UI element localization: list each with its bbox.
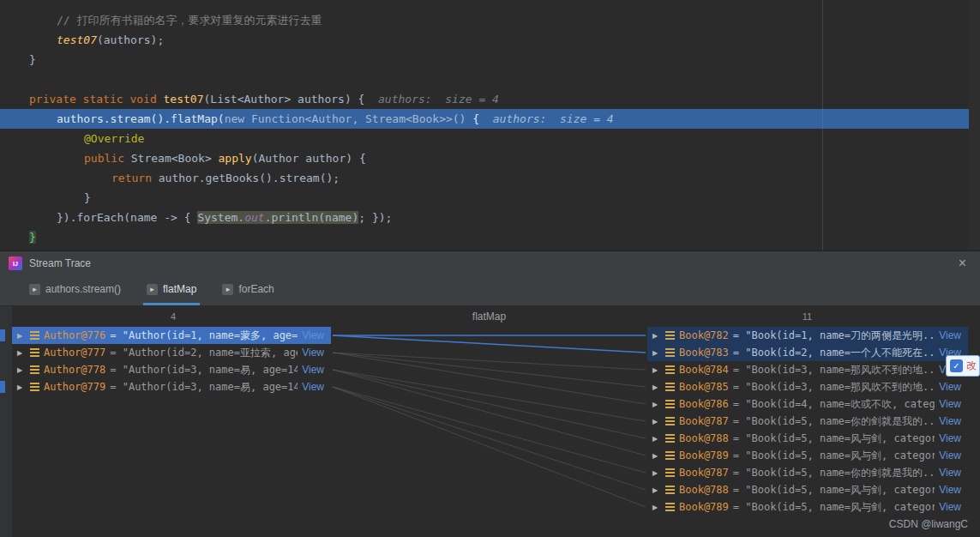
close-icon[interactable]: × xyxy=(953,256,971,270)
code-token: Stream<Book> xyxy=(131,152,219,165)
trace-connection-line xyxy=(333,335,646,353)
output-elements-list: ▶Book@782 = "Book(id=1, name=刀的两侧是光明...V… xyxy=(647,327,968,516)
code-line[interactable] xyxy=(0,69,980,89)
expand-arrow-icon[interactable]: ▶ xyxy=(17,366,26,374)
trace-right-row[interactable]: ▶Book@784 = "Book(id=3, name=那风吹不到的地...V… xyxy=(647,361,968,378)
object-value: = "Author(id=2, name=亚拉索, age=... xyxy=(110,346,298,360)
trace-left-row[interactable]: ▶Author@778 = "Author(id=3, name=易, age=… xyxy=(12,361,331,378)
stream-op-icon: ▸ xyxy=(222,284,233,295)
code-token: authors: size = 4 xyxy=(364,93,499,106)
trace-right-row[interactable]: ▶Book@785 = "Book(id=3, name=那风吹不到的地...V… xyxy=(647,378,968,395)
expand-arrow-icon[interactable]: ▶ xyxy=(652,383,661,391)
code-line[interactable]: }).forEach(name -> { System.out.println(… xyxy=(0,208,980,227)
trace-right-row[interactable]: ▶Book@788 = "Book(id=5, name=风与剑, catego… xyxy=(647,430,968,447)
editor-scrollbar[interactable] xyxy=(969,0,980,250)
stream-op-icon: ▸ xyxy=(147,284,158,295)
trace-right-row[interactable]: ▶Book@787 = "Book(id=5, name=你的剑就是我的...V… xyxy=(647,413,968,430)
code-line[interactable]: return author.getBooks().stream(); xyxy=(0,168,980,188)
expand-arrow-icon[interactable]: ▶ xyxy=(652,435,661,443)
view-link[interactable]: View xyxy=(302,347,331,359)
trace-connection-line xyxy=(333,370,646,456)
expand-arrow-icon[interactable]: ▶ xyxy=(652,332,661,340)
expand-arrow-icon[interactable]: ▶ xyxy=(652,469,661,477)
object-ref: Book@789 xyxy=(679,501,729,513)
view-link[interactable]: View xyxy=(939,484,968,496)
code-editor[interactable]: // 打印所有书籍的名字，要求对重复的元素进行去重test07(authors)… xyxy=(0,0,980,250)
expand-arrow-icon[interactable]: ▶ xyxy=(652,366,661,374)
view-link[interactable]: View xyxy=(939,415,968,427)
view-link[interactable]: View xyxy=(939,467,968,479)
trace-left-row[interactable]: ▶Author@777 = "Author(id=2, name=亚拉索, ag… xyxy=(12,344,331,361)
expand-arrow-icon[interactable]: ▶ xyxy=(652,401,661,408)
object-value: = "Book(id=3, name=那风吹不到的地... xyxy=(733,380,935,395)
code-line[interactable]: public Stream<Book> apply(Author author)… xyxy=(0,148,980,168)
view-link[interactable]: View xyxy=(302,329,331,341)
trace-connection-line xyxy=(333,353,646,387)
code-line[interactable]: } xyxy=(0,50,980,69)
expand-arrow-icon[interactable]: ▶ xyxy=(17,383,26,391)
object-ref: Author@779 xyxy=(44,381,105,393)
view-link[interactable]: View xyxy=(939,398,968,410)
value-icon xyxy=(30,348,39,357)
view-link[interactable]: View xyxy=(939,501,968,513)
trace-right-row[interactable]: ▶Book@782 = "Book(id=1, name=刀的两侧是光明...V… xyxy=(647,327,968,344)
value-icon xyxy=(30,331,39,340)
notification-popup[interactable]: ✓ 改 xyxy=(946,355,980,377)
expand-arrow-icon[interactable]: ▶ xyxy=(17,349,26,357)
code-token: }).forEach(name -> { xyxy=(57,211,197,224)
tab-flatmap[interactable]: ▸flatMap xyxy=(143,275,200,305)
code-line[interactable]: @Override xyxy=(0,129,980,148)
expand-arrow-icon[interactable]: ▶ xyxy=(652,486,661,494)
code-line[interactable]: // 打印所有书籍的名字，要求对重复的元素进行去重 xyxy=(0,10,980,30)
tab-foreach[interactable]: ▸forEach xyxy=(219,275,277,305)
view-link[interactable]: View xyxy=(939,450,968,462)
trace-left-row[interactable]: ▶Author@776 = "Author(id=1, name=蒙多, age… xyxy=(12,327,331,344)
code-token: test07 xyxy=(164,93,204,106)
trace-panel-chrome: IJ Stream Trace × ▸authors.stream()▸flat… xyxy=(0,251,980,306)
code-token: private static void xyxy=(29,93,164,106)
object-ref: Book@788 xyxy=(679,484,729,496)
value-icon xyxy=(30,383,39,391)
code-token: apply xyxy=(219,152,252,165)
code-line[interactable]: test07(authors); xyxy=(0,30,980,50)
expand-arrow-icon[interactable]: ▶ xyxy=(652,504,661,511)
code-line[interactable]: private static void test07(List<Author> … xyxy=(0,89,980,109)
code-token: @Override xyxy=(84,132,144,145)
code-token: name xyxy=(325,211,352,224)
trace-right-row[interactable]: ▶Book@786 = "Book(id=4, name=吹或不吹, categ… xyxy=(647,395,968,413)
expand-arrow-icon[interactable]: ▶ xyxy=(652,349,661,357)
trace-right-row[interactable]: ▶Book@787 = "Book(id=5, name=你的剑就是我的...V… xyxy=(647,464,968,481)
trace-right-row[interactable]: ▶Book@783 = "Book(id=2, name=一个人不能死在...V… xyxy=(647,344,968,361)
code-token: .println( xyxy=(265,211,325,224)
trace-right-row[interactable]: ▶Book@789 = "Book(id=5, name=风与剑, catego… xyxy=(647,498,968,516)
view-link[interactable]: View xyxy=(302,364,331,376)
view-link[interactable]: View xyxy=(939,381,968,393)
right-margin-guide xyxy=(822,0,823,250)
trace-right-row[interactable]: ▶Book@789 = "Book(id=5, name=风与剑, catego… xyxy=(647,447,968,464)
stream-operation-tabs: ▸authors.stream()▸flatMap▸forEach xyxy=(0,275,980,305)
code-token: return xyxy=(111,172,159,184)
value-icon xyxy=(665,383,675,391)
value-icon xyxy=(665,434,675,443)
view-link[interactable]: View xyxy=(302,381,331,393)
output-count: 11 xyxy=(647,308,967,325)
code-line[interactable]: } xyxy=(0,188,980,208)
expand-arrow-icon[interactable]: ▶ xyxy=(652,452,661,460)
code-line[interactable]: } xyxy=(0,227,980,247)
trace-left-row[interactable]: ▶Author@779 = "Author(id=3, name=易, age=… xyxy=(12,378,331,395)
trace-connection-line xyxy=(333,370,646,421)
trace-right-row[interactable]: ▶Book@788 = "Book(id=5, name=风与剑, catego… xyxy=(647,481,968,498)
expand-arrow-icon[interactable]: ▶ xyxy=(17,332,26,340)
code-line-current[interactable]: authors.stream().flatMap(new Function<Au… xyxy=(0,109,980,129)
object-ref: Book@788 xyxy=(679,432,729,444)
expand-arrow-icon[interactable]: ▶ xyxy=(652,418,661,425)
tab-authors-stream[interactable]: ▸authors.stream() xyxy=(26,275,124,305)
stream-trace-panel: IJ Stream Trace × ▸authors.stream()▸flat… xyxy=(0,250,980,537)
view-link[interactable]: View xyxy=(939,329,968,341)
notification-text: 改 xyxy=(966,359,977,373)
code-token: new Function<Author, Stream<Book>>() xyxy=(225,112,466,125)
object-ref: Book@784 xyxy=(679,364,729,376)
view-link[interactable]: View xyxy=(939,432,968,444)
code-token: // 打印所有书籍的名字，要求对重复的元素进行去重 xyxy=(57,14,322,27)
code-token: (Author author) { xyxy=(252,152,366,165)
